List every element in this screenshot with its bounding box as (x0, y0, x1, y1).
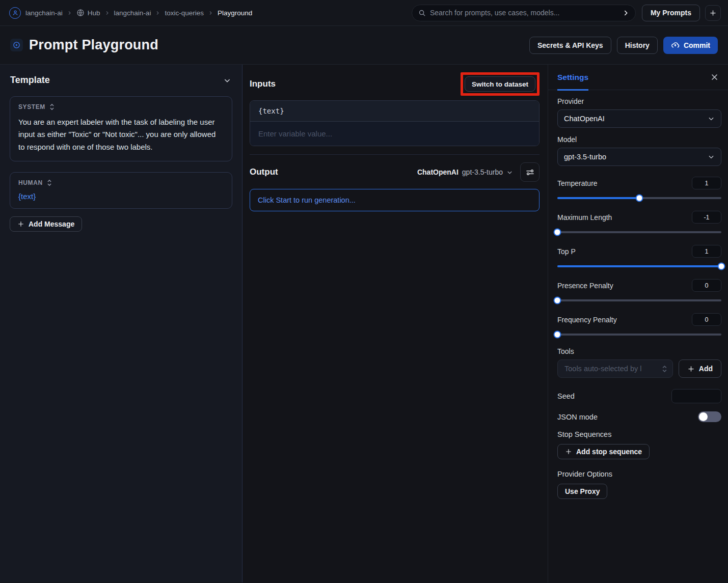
slider-thumb[interactable] (554, 297, 561, 304)
switch-to-dataset-button[interactable]: Switch to dataset (465, 76, 535, 92)
history-button[interactable]: History (617, 37, 658, 54)
human-message-text[interactable]: {text} (18, 192, 224, 201)
plus-icon (565, 448, 572, 455)
collapse-chevron-icon[interactable] (223, 76, 231, 85)
breadcrumb-owner[interactable]: langchain-ai (114, 9, 151, 17)
presence-penalty-slider[interactable] (557, 299, 721, 301)
seed-input[interactable] (671, 389, 721, 403)
close-icon[interactable] (710, 73, 719, 81)
user-avatar-icon[interactable] (9, 7, 21, 19)
playground-panel: Inputs Switch to dataset {text} Enter va… (242, 65, 548, 582)
chevron-right-icon (155, 11, 160, 15)
provider-select[interactable]: ChatOpenAI (557, 109, 721, 128)
active-tab-underline (557, 89, 588, 91)
human-role-selector[interactable]: HUMAN (18, 179, 224, 186)
my-prompts-button[interactable]: My Prompts (642, 5, 700, 21)
page-header: Prompt Playground Secrets & API Keys His… (0, 26, 728, 65)
tools-select[interactable]: Tools auto-selected by l (557, 359, 673, 378)
max-length-value[interactable]: -1 (692, 211, 721, 224)
secrets-api-keys-button[interactable]: Secrets & API Keys (529, 37, 611, 54)
inputs-title: Inputs (250, 79, 276, 89)
up-down-chevrons-icon (49, 103, 55, 110)
breadcrumb-repo[interactable]: toxic-queries (165, 9, 204, 17)
temperature-slider[interactable] (557, 197, 721, 199)
chevron-right-icon[interactable] (623, 10, 629, 16)
sliders-icon (525, 168, 535, 177)
chevron-right-icon (105, 11, 110, 15)
globe-icon (76, 9, 85, 17)
breadcrumb-current: Playground (218, 9, 252, 17)
add-message-button[interactable]: Add Message (10, 216, 82, 232)
search-icon (418, 9, 426, 17)
stop-sequences-label: Stop Sequences (557, 430, 721, 438)
use-proxy-button[interactable]: Use Proxy (557, 484, 607, 499)
plus-icon (687, 365, 695, 373)
input-variable-card: {text} Enter variable value... (250, 100, 540, 146)
chevron-down-icon (708, 115, 715, 122)
temperature-value[interactable]: 1 (692, 177, 721, 189)
frequency-penalty-slider[interactable] (557, 334, 721, 336)
cloud-upload-icon (671, 41, 680, 49)
top-nav: langchain-ai Hub langchain-ai toxic-quer… (0, 0, 728, 26)
plus-icon (17, 220, 24, 228)
tab-settings[interactable]: Settings (557, 65, 588, 90)
chevron-down-icon (506, 169, 513, 176)
page-title: Prompt Playground (29, 37, 529, 53)
system-role-selector[interactable]: SYSTEM (18, 103, 224, 110)
tools-label: Tools (557, 347, 721, 355)
model-label: Model (557, 135, 721, 144)
provider-options-label: Provider Options (557, 470, 721, 478)
search-placeholder: Search for prompts, use cases, models... (430, 9, 618, 17)
slider-thumb[interactable] (554, 331, 561, 339)
max-length-control: Maximum Length -1 (557, 211, 721, 233)
presence-penalty-control: Presence Penalty 0 (557, 279, 721, 301)
top-p-control: Top P 1 (557, 245, 721, 267)
output-title: Output (250, 167, 278, 177)
plus-icon (709, 9, 717, 17)
system-message-text[interactable]: You are an expert labeler with the task … (18, 116, 224, 153)
provider-label: Provider (557, 97, 721, 105)
top-p-slider[interactable] (557, 265, 721, 267)
human-message-card[interactable]: HUMAN {text} (10, 172, 232, 209)
model-selector[interactable]: ChatOpenAI gpt-3.5-turbo (417, 168, 513, 176)
variable-value-input[interactable]: Enter variable value... (250, 122, 539, 146)
commit-button[interactable]: Commit (663, 37, 718, 54)
template-title: Template (10, 75, 50, 86)
search-input[interactable]: Search for prompts, use cases, models... (412, 5, 636, 21)
model-select[interactable]: gpt-3.5-turbo (557, 148, 721, 166)
add-stop-sequence-button[interactable]: Add stop sequence (557, 444, 650, 459)
annotation-highlight: Switch to dataset (461, 72, 540, 96)
temperature-control: Temperature 1 (557, 177, 721, 199)
variable-name: {text} (250, 101, 539, 122)
new-prompt-button[interactable] (705, 5, 721, 21)
up-down-chevrons-icon (47, 179, 52, 186)
json-mode-label: JSON mode (557, 413, 598, 421)
max-length-slider[interactable] (557, 231, 721, 233)
breadcrumb: langchain-ai Hub langchain-ai toxic-quer… (9, 7, 412, 19)
playground-icon (10, 39, 23, 51)
inputs-section: Inputs Switch to dataset {text} Enter va… (242, 65, 548, 155)
output-placeholder[interactable]: Click Start to run generation... (250, 189, 540, 211)
breadcrumb-org[interactable]: langchain-ai (25, 9, 63, 17)
frequency-penalty-control: Frequency Penalty 0 (557, 313, 721, 336)
seed-label: Seed (557, 392, 575, 400)
slider-thumb[interactable] (554, 229, 561, 236)
add-tool-button[interactable]: Add (679, 359, 721, 378)
up-down-chevrons-icon (662, 365, 667, 373)
presence-penalty-value[interactable]: 0 (692, 279, 721, 292)
slider-thumb[interactable] (718, 263, 725, 270)
json-mode-toggle[interactable] (698, 411, 721, 422)
output-section: Output ChatOpenAI gpt-3.5-turbo Click St… (242, 155, 548, 211)
chevron-right-icon (208, 11, 213, 15)
frequency-penalty-value[interactable]: 0 (692, 313, 721, 326)
breadcrumb-hub[interactable]: Hub (76, 9, 100, 17)
template-panel: Template SYSTEM You are an expert labele… (0, 65, 242, 582)
system-message-card[interactable]: SYSTEM You are an expert labeler with th… (10, 96, 232, 161)
settings-panel: Settings Provider ChatOpenAI Model gpt-3… (548, 65, 728, 582)
top-p-value[interactable]: 1 (692, 245, 721, 258)
chevron-right-icon (67, 11, 72, 15)
chevron-down-icon (708, 153, 715, 160)
slider-thumb[interactable] (636, 195, 643, 202)
model-settings-button[interactable] (520, 162, 540, 182)
toggle-knob (699, 412, 708, 421)
